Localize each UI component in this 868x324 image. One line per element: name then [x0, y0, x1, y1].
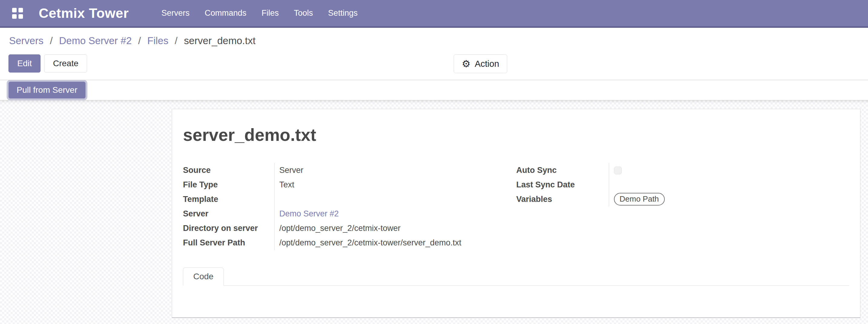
field-label-variables: Variables	[516, 192, 609, 206]
breadcrumb-link-servers[interactable]: Servers	[9, 35, 43, 46]
pull-from-server-button[interactable]: Pull from Server	[8, 82, 86, 99]
field-row-auto-sync: Auto Sync	[516, 163, 736, 177]
menu-item-servers[interactable]: Servers	[161, 8, 190, 18]
statusbar: Pull from Server	[0, 80, 868, 100]
breadcrumb-link-files[interactable]: Files	[147, 35, 168, 46]
breadcrumb: Servers / Demo Server #2 / Files / serve…	[0, 28, 868, 46]
breadcrumb-current: server_demo.txt	[184, 35, 255, 46]
action-menu-label: Action	[475, 59, 499, 69]
apps-grid-icon[interactable]	[12, 8, 23, 19]
control-panel: Servers / Demo Server #2 / Files / serve…	[0, 28, 868, 80]
main-menu: Servers Commands Files Tools Settings	[161, 8, 358, 18]
field-value-last-sync-date	[609, 177, 736, 192]
gear-icon: ⚙	[462, 59, 471, 69]
field-group-left: Source Server File Type Text Template Se…	[183, 163, 486, 250]
action-menu-button[interactable]: ⚙ Action	[454, 55, 507, 73]
menu-item-tools[interactable]: Tools	[294, 8, 313, 18]
field-row-directory: Directory on server /opt/demo_server_2/c…	[183, 221, 486, 235]
field-row-full-server-path: Full Server Path /opt/demo_server_2/cetm…	[183, 235, 486, 250]
form-sheet: server_demo.txt Source Server File Type …	[172, 109, 861, 318]
field-label-auto-sync: Auto Sync	[516, 163, 609, 177]
field-value-source: Server	[274, 163, 486, 177]
field-row-server: Server Demo Server #2	[183, 206, 486, 221]
menu-item-settings[interactable]: Settings	[328, 8, 358, 18]
apps-grid-square	[12, 14, 17, 19]
field-value-full-server-path: /opt/demo_server_2/cetmix-tower/server_d…	[274, 235, 486, 250]
field-row-file-type: File Type Text	[183, 177, 486, 192]
field-row-last-sync-date: Last Sync Date	[516, 177, 736, 192]
breadcrumb-separator: /	[171, 35, 181, 46]
field-label-server: Server	[183, 206, 274, 221]
form-view-background: server_demo.txt Source Server File Type …	[0, 100, 868, 324]
menu-item-commands[interactable]: Commands	[205, 8, 247, 18]
create-button[interactable]: Create	[44, 55, 87, 72]
field-label-last-sync-date: Last Sync Date	[516, 177, 609, 192]
field-value-directory: /opt/demo_server_2/cetmix-tower	[274, 221, 486, 235]
apps-grid-square	[19, 8, 23, 12]
auto-sync-checkbox[interactable]	[614, 166, 622, 174]
menu-item-files[interactable]: Files	[261, 8, 279, 18]
apps-grid-square	[12, 8, 17, 12]
field-row-template: Template	[183, 192, 486, 206]
field-value-template	[274, 192, 486, 206]
top-navbar: Cetmix Tower Servers Commands Files Tool…	[0, 0, 868, 28]
field-label-file-type: File Type	[183, 177, 274, 192]
variable-tag-demo-path[interactable]: Demo Path	[614, 193, 665, 206]
record-title: server_demo.txt	[183, 125, 316, 145]
field-value-file-type: Text	[274, 177, 486, 192]
breadcrumb-separator: /	[46, 35, 56, 46]
breadcrumb-separator: /	[134, 35, 145, 46]
form-buttons: Edit Create	[8, 55, 87, 72]
breadcrumb-link-demo-server-2[interactable]: Demo Server #2	[59, 35, 131, 46]
tab-code[interactable]: Code	[183, 267, 224, 286]
edit-button[interactable]: Edit	[8, 55, 40, 72]
app-brand-title[interactable]: Cetmix Tower	[39, 5, 129, 21]
field-label-directory: Directory on server	[183, 221, 274, 235]
field-label-template: Template	[183, 192, 274, 206]
field-value-server-link[interactable]: Demo Server #2	[279, 209, 339, 218]
notebook-tabs: Code	[183, 267, 849, 286]
field-row-source: Source Server	[183, 163, 486, 177]
field-label-full-server-path: Full Server Path	[183, 235, 274, 250]
field-row-variables: Variables Demo Path	[516, 192, 736, 206]
apps-grid-square	[19, 14, 23, 19]
field-group-right: Auto Sync Last Sync Date Variables Demo …	[516, 163, 736, 206]
field-label-source: Source	[183, 163, 274, 177]
